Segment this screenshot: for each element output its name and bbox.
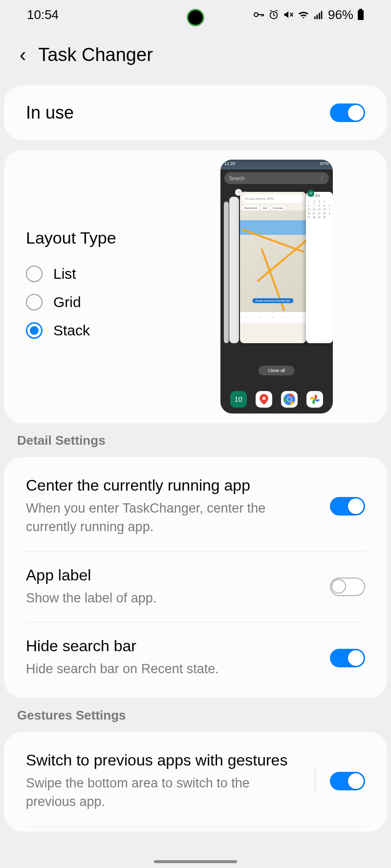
setting-description: Hide search bar on Recent state. <box>26 660 315 679</box>
signal-icon <box>313 9 324 20</box>
setting-title: Hide search bar <box>26 637 315 655</box>
radio-icon <box>26 322 43 339</box>
svg-rect-9 <box>359 9 362 10</box>
preview-app-badge-calendar: 19 Calenda <box>307 190 330 197</box>
setting-description: When you enter TaskChanger, center the c… <box>26 499 315 537</box>
home-indicator[interactable] <box>154 860 237 863</box>
radio-label: Grid <box>53 294 81 310</box>
dock-chrome-icon <box>281 391 298 408</box>
svg-rect-10 <box>358 10 364 20</box>
battery-icon <box>357 9 364 21</box>
app-header: ‹ Task Changer <box>0 29 391 81</box>
svg-rect-3 <box>263 14 264 16</box>
layout-preview: 11:20 97% Search ⋮ ? Maps Try gas statio… <box>188 150 387 423</box>
hide-search-toggle[interactable] <box>330 649 365 667</box>
divider <box>315 768 315 794</box>
setting-switch-previous-apps[interactable]: Switch to previous apps with gestures Sw… <box>26 737 365 827</box>
back-button[interactable]: ‹ <box>20 44 26 66</box>
preview-close-all-button: Close all <box>258 366 295 375</box>
preview-stack-card <box>224 202 229 343</box>
preview-chip: Gas <box>261 206 269 210</box>
svg-rect-6 <box>316 15 318 19</box>
setting-hide-search-bar[interactable]: Hide search bar Hide search bar on Recen… <box>26 622 365 693</box>
svg-point-14 <box>287 397 291 401</box>
mute-icon <box>283 9 294 20</box>
status-time: 10:54 <box>27 7 59 22</box>
center-app-toggle[interactable] <box>330 497 365 516</box>
radio-label: List <box>53 266 76 282</box>
svg-rect-8 <box>321 11 323 19</box>
preview-chip: Groceries <box>271 206 285 210</box>
in-use-toggle[interactable] <box>330 103 365 122</box>
radio-icon <box>26 266 43 282</box>
preview-stack-card-maps: Try gas stations, ATMs Restaurants Gas G… <box>240 192 306 343</box>
svg-point-11 <box>262 397 265 400</box>
preview-map-body: Access commute & favorite trips ▫▫▫▫▫ <box>240 210 306 323</box>
svg-rect-2 <box>261 14 262 17</box>
preview-time: 11:20 <box>224 161 236 168</box>
setting-description: Swipe the bottom area to switch to the p… <box>26 774 300 811</box>
radio-icon <box>26 294 43 310</box>
dock-maps-icon <box>256 391 272 408</box>
wifi-icon <box>298 9 309 21</box>
vpn-key-icon <box>253 9 264 21</box>
gesture-switch-toggle[interactable] <box>330 772 365 790</box>
preview-dock: 10 <box>220 391 333 408</box>
front-camera-cutout <box>187 9 204 26</box>
setting-app-label[interactable]: App label Show the label of app. <box>26 552 365 623</box>
layout-type-title: Layout Type <box>26 228 166 248</box>
layout-option-stack[interactable]: Stack <box>26 316 166 345</box>
setting-title: Center the currently running app <box>26 476 315 495</box>
setting-description: Show the label of app. <box>26 589 315 608</box>
svg-point-0 <box>254 13 258 17</box>
dock-calendar-icon: 10 <box>230 391 247 408</box>
status-bar: 10:54 96% <box>0 0 391 29</box>
preview-battery: 97% <box>320 161 329 168</box>
preview-phone: 11:20 97% Search ⋮ ? Maps Try gas statio… <box>220 160 333 413</box>
status-icons: 96% <box>253 7 364 22</box>
setting-title: App label <box>26 566 315 584</box>
radio-label: Stack <box>53 322 90 339</box>
preview-map-search: Try gas stations, ATMs <box>242 194 304 203</box>
in-use-label: In use <box>26 103 74 123</box>
gestures-settings-header: Gestures Settings <box>0 708 391 732</box>
preview-stack-card-calendar: Nov 201 1234 67891 131415161 202122232 2… <box>306 192 333 343</box>
layout-option-list[interactable]: List <box>26 260 166 288</box>
alarm-icon <box>268 9 279 20</box>
layout-type-card: Layout Type List Grid Stack 11:20 97% Se… <box>4 150 387 423</box>
detail-settings-header: Detail Settings <box>0 433 391 457</box>
detail-settings-card: Center the currently running app When yo… <box>4 457 387 698</box>
battery-percent: 96% <box>328 7 353 22</box>
setting-title: Switch to previous apps with gestures <box>26 751 300 769</box>
in-use-card: In use <box>4 85 387 140</box>
preview-stack-card <box>229 197 239 343</box>
svg-rect-5 <box>314 17 316 19</box>
svg-rect-7 <box>319 13 320 19</box>
layout-option-grid[interactable]: Grid <box>26 288 166 316</box>
app-label-toggle[interactable] <box>330 578 365 596</box>
preview-search-bar: Search ⋮ <box>224 172 329 184</box>
page-title: Task Changer <box>38 44 152 65</box>
svg-rect-1 <box>258 14 263 15</box>
setting-center-running-app[interactable]: Center the currently running app When yo… <box>26 462 365 552</box>
preview-chip: Restaurants <box>242 206 260 210</box>
gestures-settings-card: Switch to previous apps with gestures Sw… <box>4 732 387 831</box>
dock-photos-icon <box>306 391 323 408</box>
preview-map-banner: Access commute & favorite trips <box>252 298 293 303</box>
